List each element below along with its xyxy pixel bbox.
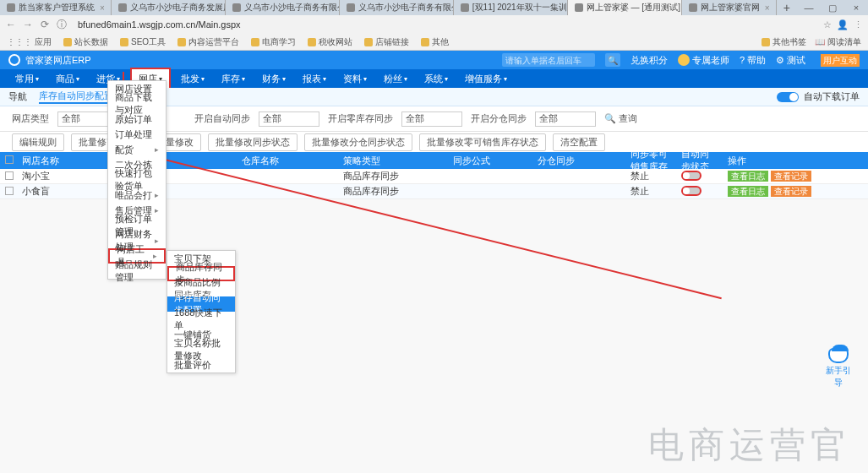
nav-vas[interactable]: 增值服务▾	[458, 69, 514, 88]
favicon	[461, 3, 469, 12]
favicon	[118, 3, 127, 12]
col-auto-status[interactable]: 自动同步状态	[676, 148, 723, 173]
auto-sync-label: 开启自动同步	[194, 112, 250, 125]
nav-system[interactable]: 系统▾	[418, 69, 455, 88]
favicon	[689, 3, 697, 12]
browser-tab[interactable]: 义乌市小沙电子商务有限公司×	[226, 0, 340, 15]
bookmark-item[interactable]: SEO工具	[120, 36, 166, 48]
browser-tab-active[interactable]: 网上管家婆 — [通用测试]×	[568, 0, 682, 15]
browser-tab[interactable]: 义乌市小沙电子商务发展历程_王×	[112, 0, 226, 15]
app-logo: 管家婆网店ERP	[8, 54, 91, 67]
minimize-button[interactable]: —	[797, 3, 821, 14]
batch-zero-status-button[interactable]: 批量修改零可销售库存状态	[419, 133, 546, 151]
col-sync-formula[interactable]: 同步公式	[448, 155, 532, 167]
nav-wholesale[interactable]: 批发▾	[174, 69, 211, 88]
star-icon[interactable]: ☆	[823, 19, 832, 30]
nav-stock[interactable]: 库存▾	[215, 69, 252, 88]
other-bookmarks[interactable]: 其他书签	[762, 36, 806, 48]
view-record-button[interactable]: 查看记录	[771, 186, 811, 197]
view-log-button[interactable]: 查看日志	[728, 186, 768, 197]
clear-config-button[interactable]: 清空配置	[553, 133, 605, 151]
user-interact-badge[interactable]: 用户互动	[821, 54, 860, 67]
menu-gift-rules[interactable]: 赠品规则管理	[108, 264, 166, 279]
auto-download-toggle[interactable]	[777, 92, 799, 102]
query-button[interactable]: 🔍 查询	[604, 112, 637, 125]
browser-tab[interactable]: 胜当家客户管理系统×	[0, 0, 112, 15]
cell-zero: 禁止	[625, 170, 676, 182]
batch-sync-status-button[interactable]: 批量修改同步状态	[208, 133, 298, 151]
nav-report[interactable]: 报表▾	[296, 69, 333, 88]
subnav-home[interactable]: 导航	[8, 90, 27, 103]
bookmark-item[interactable]: 内容运营平台	[177, 36, 239, 48]
browser-tab[interactable]: 网上管家婆官网×	[682, 0, 777, 15]
bookmark-item[interactable]: 电商学习	[251, 36, 296, 48]
folder-icon	[308, 38, 316, 46]
newbie-guide-badge[interactable]: 新手引导	[826, 348, 851, 389]
nav-common[interactable]: 常用▾	[8, 69, 46, 88]
site-info-icon[interactable]: ⓘ	[56, 18, 68, 32]
menu-dispatch[interactable]: 配货▸	[108, 142, 166, 157]
menu-quick-pack[interactable]: 快速打包验货单	[108, 172, 166, 188]
address-bar[interactable]: bfuned6main1.wsgjp.com.cn/Main.gspx	[73, 18, 246, 31]
close-icon[interactable]: ×	[100, 3, 105, 13]
new-tab-button[interactable]: +	[777, 1, 797, 14]
auto-sync-toggle[interactable]	[681, 186, 701, 196]
close-icon[interactable]: ×	[765, 3, 770, 13]
exchange-points-link[interactable]: 兑换积分	[631, 54, 668, 67]
select-all-checkbox[interactable]	[5, 155, 14, 164]
batch-split-status-button[interactable]: 批量修改分仓同步状态	[304, 133, 412, 151]
maximize-button[interactable]: ▢	[821, 3, 844, 14]
edit-rule-button[interactable]: 编辑规则	[12, 133, 64, 151]
bookmark-item[interactable]: 税收网站	[308, 36, 352, 48]
nav-finance[interactable]: 财务▾	[255, 69, 292, 88]
row-checkbox[interactable]	[5, 171, 14, 180]
watermark: 电商运营官	[648, 421, 851, 469]
browser-tab[interactable]: 义乌市小沙电子商务有限公司加×	[340, 0, 454, 15]
submenu-1688-order[interactable]: 1688快速下单	[167, 312, 235, 327]
subnav-stock-sync[interactable]: 库存自动同步配置	[39, 90, 113, 104]
tutor-link[interactable]: 专属老师	[678, 54, 729, 67]
split-sync-select[interactable]: 全部	[535, 111, 596, 127]
cell-zero: 禁止	[625, 185, 676, 198]
user-menu[interactable]: ⚙ 测试	[776, 54, 805, 67]
search-icon[interactable]: 🔍	[605, 53, 620, 67]
menu-order-process[interactable]: 订单处理	[108, 127, 166, 142]
apps-button[interactable]: ⋮⋮⋮ 应用	[7, 36, 52, 48]
reading-list[interactable]: 📖 阅读清单	[815, 36, 861, 48]
col-ops: 操作	[723, 155, 868, 167]
forward-button[interactable]: →	[22, 19, 34, 30]
nav-data[interactable]: 资料▾	[336, 69, 374, 88]
favicon	[575, 3, 583, 12]
zero-sync-select[interactable]: 全部	[401, 111, 462, 127]
bookmark-item[interactable]: 站长数据	[63, 36, 108, 48]
app-title: 管家婆网店ERP	[25, 54, 91, 67]
auto-sync-toggle[interactable]	[681, 171, 701, 181]
submenu-batch-rename[interactable]: 宝贝名称批量修改	[167, 342, 235, 357]
view-record-button[interactable]: 查看记录	[771, 171, 811, 182]
reload-button[interactable]: ⟳	[39, 19, 51, 30]
bookmark-item[interactable]: 其他	[421, 36, 449, 48]
col-split-sync[interactable]: 分仓同步	[532, 155, 625, 167]
auto-sync-select[interactable]: 全部	[259, 111, 319, 127]
nav-fans[interactable]: 粉丝▾	[377, 69, 414, 88]
folder-icon	[63, 38, 72, 46]
row-checkbox[interactable]	[5, 187, 14, 195]
browser-tab[interactable]: [双11] 2021年双十一集训营×	[454, 0, 568, 15]
col-strategy[interactable]: 策略类型	[338, 155, 448, 167]
help-link[interactable]: ? 帮助	[740, 54, 766, 67]
profile-icon[interactable]: 👤	[837, 19, 849, 30]
folder-icon	[762, 38, 770, 46]
folder-icon	[421, 38, 429, 46]
store-tools-submenu: 宝贝下架 商品库存同步 按商品比例同步库存 库存自动同步配置 1688快速下单 …	[167, 250, 236, 373]
folder-icon	[251, 38, 259, 46]
bookmark-item[interactable]: 店铺链接	[364, 36, 409, 48]
menu-icon[interactable]: ⋮	[854, 19, 863, 30]
col-warehouse[interactable]: 仓库名称	[237, 155, 338, 167]
menu-download-match[interactable]: 商品下载与对应	[108, 96, 166, 111]
header-search-input[interactable]	[502, 53, 595, 67]
back-button[interactable]: ←	[5, 19, 17, 30]
nav-goods[interactable]: 商品▾	[49, 69, 86, 88]
cell-strategy: 商品库存同步	[338, 170, 448, 182]
close-window-button[interactable]: ×	[844, 3, 868, 14]
view-log-button[interactable]: 查看日志	[728, 171, 768, 182]
